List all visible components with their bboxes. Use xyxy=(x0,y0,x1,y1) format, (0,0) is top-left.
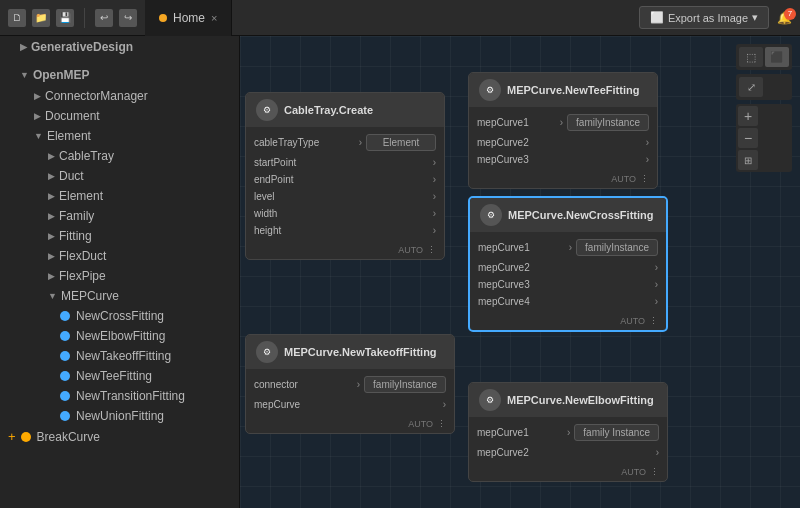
sidebar-item-new-transition-fitting[interactable]: NewTransitionFitting xyxy=(0,386,239,406)
view-3d-button[interactable]: ⬚ xyxy=(739,47,763,67)
sidebar-label: GenerativeDesign xyxy=(31,40,133,54)
port-label: mepCurve xyxy=(254,399,439,410)
footer-menu-icon[interactable]: ⋮ xyxy=(650,467,659,477)
arrow-icon: ▶ xyxy=(48,271,55,281)
redo-icon[interactable]: ↪ xyxy=(119,9,137,27)
node-mep-curve-new-takeoff[interactable]: ⚙ MEPCurve.NewTakeoffFitting connector ›… xyxy=(245,334,455,434)
sidebar-label: NewCrossFitting xyxy=(76,309,164,323)
node-mep-curve-new-elbow[interactable]: ⚙ MEPCurve.NewElbowFitting mepCurve1 › f… xyxy=(468,382,668,482)
sidebar-item-new-cross-fitting[interactable]: NewCrossFitting xyxy=(0,306,239,326)
port-label: mepCurve1 xyxy=(477,117,556,128)
node-title: CableTray.Create xyxy=(284,104,373,116)
sidebar-label: NewUnionFitting xyxy=(76,409,164,423)
sidebar-item-connector-manager[interactable]: ▶ ConnectorManager xyxy=(0,86,239,106)
port-output-element[interactable]: Element xyxy=(366,134,436,151)
arrow-icon: ▶ xyxy=(20,42,27,52)
node-title: MEPCurve.NewCrossFitting xyxy=(508,209,653,221)
sidebar-item-duct[interactable]: ▶ Duct xyxy=(0,166,239,186)
arrow-icon: ▼ xyxy=(48,291,57,301)
top-bar: 🗋 📁 💾 ↩ ↪ Home × ⬜ Export as Image ▾ 🔔 7 xyxy=(0,0,800,36)
node-body: cableTrayType › Element startPoint › end… xyxy=(246,127,444,243)
node-icon: ⚙ xyxy=(479,389,501,411)
footer-menu-icon[interactable]: ⋮ xyxy=(437,419,446,429)
sidebar-item-new-tee-fitting[interactable]: NewTeeFitting xyxy=(0,366,239,386)
dot-icon xyxy=(21,432,31,442)
export-button[interactable]: ⬜ Export as Image ▾ xyxy=(639,6,769,29)
node-footer: AUTO ⋮ xyxy=(469,172,657,188)
tab-close-button[interactable]: × xyxy=(211,12,217,24)
port-label: mepCurve3 xyxy=(477,154,642,165)
file-icon[interactable]: 🗋 xyxy=(8,9,26,27)
port-mepCurve3: mepCurve3 › xyxy=(469,151,657,168)
save-icon[interactable]: 💾 xyxy=(56,9,74,27)
sidebar-item-document[interactable]: ▶ Document xyxy=(0,106,239,126)
node-footer: AUTO ⋮ xyxy=(470,314,666,330)
footer-menu-icon[interactable]: ⋮ xyxy=(649,316,658,326)
export-label: Export as Image xyxy=(668,12,748,24)
port-output[interactable]: family Instance xyxy=(574,424,659,441)
port-label: cableTrayType xyxy=(254,137,355,148)
sidebar-item-mep-curve[interactable]: ▼ MEPCurve xyxy=(0,286,239,306)
zoom-out-button[interactable]: − xyxy=(738,128,758,148)
toolbar-icons: 🗋 📁 💾 ↩ ↪ xyxy=(8,8,137,28)
sidebar-item-cable-tray[interactable]: ▶ CableTray xyxy=(0,146,239,166)
footer-menu-icon[interactable]: ⋮ xyxy=(640,174,649,184)
sidebar-item-new-takeoff-fitting[interactable]: NewTakeoffFitting xyxy=(0,346,239,366)
port-arrow-icon: › xyxy=(433,174,436,185)
node-body: mepCurve1 › familyInstance mepCurve2 › m… xyxy=(470,232,666,314)
port-arrow-icon: › xyxy=(433,157,436,168)
sidebar-item-fitting[interactable]: ▶ Fitting xyxy=(0,226,239,246)
port-arrow-icon: › xyxy=(646,137,649,148)
node-icon: ⚙ xyxy=(256,99,278,121)
zoom-reset-button[interactable]: ⊞ xyxy=(738,150,758,170)
port-output[interactable]: familyInstance xyxy=(576,239,658,256)
port-mepCurve: mepCurve › xyxy=(246,396,454,413)
bell-button[interactable]: 🔔 7 xyxy=(777,11,792,25)
sidebar-item-flex-pipe[interactable]: ▶ FlexPipe xyxy=(0,266,239,286)
sidebar-label: Duct xyxy=(59,169,84,183)
port-label: level xyxy=(254,191,429,202)
sidebar-item-flex-duct[interactable]: ▶ FlexDuct xyxy=(0,246,239,266)
sidebar-item-family[interactable]: ▶ Family xyxy=(0,206,239,226)
port-arrow-icon: › xyxy=(655,296,658,307)
folder-icon[interactable]: 📁 xyxy=(32,9,50,27)
canvas-area[interactable]: ⬚ ⬛ ⤢ + − ⊞ ⚙ CableTray.Create cableTray… xyxy=(240,36,800,508)
sidebar-label: Family xyxy=(59,209,94,223)
port-output[interactable]: familyInstance xyxy=(567,114,649,131)
home-tab[interactable]: Home × xyxy=(145,0,232,36)
tabs-area: Home × xyxy=(145,0,639,36)
sidebar-item-break-curve[interactable]: + BreakCurve xyxy=(0,426,239,447)
port-height: height › xyxy=(246,222,444,239)
sidebar-item-new-elbow-fitting[interactable]: NewElbowFitting xyxy=(0,326,239,346)
sidebar-item-element[interactable]: ▼ Element xyxy=(0,126,239,146)
zoom-in-button[interactable]: + xyxy=(738,106,758,126)
node-title: MEPCurve.NewTakeoffFitting xyxy=(284,346,437,358)
node-header: ⚙ CableTray.Create xyxy=(246,93,444,127)
footer-menu-icon[interactable]: ⋮ xyxy=(427,245,436,255)
zoom-buttons: + − ⊞ xyxy=(736,104,792,172)
sidebar-item-new-union-fitting[interactable]: NewUnionFitting xyxy=(0,406,239,426)
port-cableTrayType: cableTrayType › Element xyxy=(246,131,444,154)
dot-icon xyxy=(60,351,70,361)
sidebar-item-open-mep[interactable]: ▼ OpenMEP xyxy=(0,64,239,86)
port-arrow-icon: › xyxy=(646,154,649,165)
port-output[interactable]: familyInstance xyxy=(364,376,446,393)
sidebar-item-element2[interactable]: ▶ Element xyxy=(0,186,239,206)
fit-view-button[interactable]: ⤢ xyxy=(739,77,763,97)
node-mep-curve-new-tee[interactable]: ⚙ MEPCurve.NewTeeFitting mepCurve1 › fam… xyxy=(468,72,658,189)
port-mepCurve4: mepCurve4 › xyxy=(470,293,666,310)
arrow-icon: ▶ xyxy=(48,151,55,161)
tab-label: Home xyxy=(173,11,205,25)
node-cable-tray-create[interactable]: ⚙ CableTray.Create cableTrayType › Eleme… xyxy=(245,92,445,260)
arrow-icon: ▶ xyxy=(48,211,55,221)
sidebar-item-generative-design[interactable]: ▶ GenerativeDesign xyxy=(0,36,239,58)
node-mep-curve-new-cross[interactable]: ⚙ MEPCurve.NewCrossFitting mepCurve1 › f… xyxy=(468,196,668,332)
undo-icon[interactable]: ↩ xyxy=(95,9,113,27)
view-2d-button[interactable]: ⬛ xyxy=(765,47,789,67)
footer-auto: AUTO xyxy=(621,467,646,477)
node-body: mepCurve1 › family Instance mepCurve2 › xyxy=(469,417,667,465)
port-label: mepCurve1 xyxy=(478,242,565,253)
node-body: mepCurve1 › familyInstance mepCurve2 › m… xyxy=(469,107,657,172)
port-mepCurve1: mepCurve1 › familyInstance xyxy=(469,111,657,134)
footer-auto: AUTO xyxy=(620,316,645,326)
